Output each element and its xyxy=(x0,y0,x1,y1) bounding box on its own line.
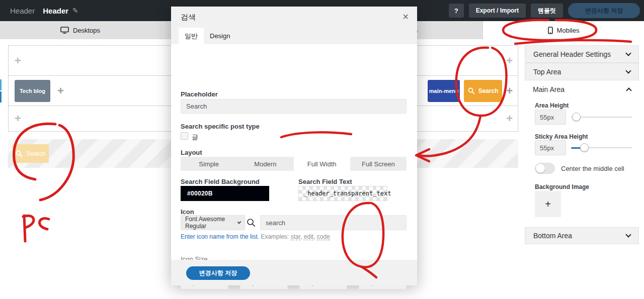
search-icon xyxy=(468,87,475,94)
tech-blog-element[interactable]: Tech blog xyxy=(15,80,50,102)
search-element-faded[interactable]: Search xyxy=(13,144,49,163)
example-code-link[interactable]: code xyxy=(317,233,330,240)
placeholder-input[interactable] xyxy=(181,99,407,114)
slider-handle[interactable] xyxy=(580,143,589,152)
placeholder-label: Placeholder xyxy=(181,90,218,98)
main-menu-element[interactable]: main-menu xyxy=(428,80,460,102)
accordion-label: General Header Settings xyxy=(533,50,611,58)
left-edge-sliver xyxy=(0,91,2,103)
example-edit-link[interactable]: edit xyxy=(304,233,313,240)
chevron-up-icon xyxy=(626,87,631,93)
post-type-option-label: 글 xyxy=(192,133,198,142)
color-value: _header_transparent_text xyxy=(304,190,391,197)
search-element[interactable]: Search xyxy=(464,80,502,102)
tab-mobiles[interactable]: Mobiles xyxy=(483,21,644,39)
mobile-icon xyxy=(548,27,553,34)
save-changes-button-modal[interactable]: 변경사항 저장 xyxy=(186,266,250,280)
accordion-label: Bottom Area xyxy=(533,232,572,240)
example-star-link[interactable]: star xyxy=(291,233,300,240)
add-element-button[interactable]: + xyxy=(57,85,64,96)
layout-option-full-screen[interactable]: Full Screen xyxy=(350,157,407,171)
export-import-button[interactable]: Export / Import xyxy=(469,4,526,18)
breadcrumb: Header xyxy=(10,7,35,15)
icon-list-link[interactable]: Enter icon name from the list. xyxy=(181,233,259,240)
post-type-checkbox[interactable] xyxy=(181,132,188,140)
layout-label: Layout xyxy=(181,149,202,156)
accordion-bottom-area[interactable]: Bottom Area xyxy=(525,227,639,244)
add-element-button[interactable]: + xyxy=(15,113,21,124)
layout-option-simple[interactable]: Simple xyxy=(181,157,237,171)
icon-name-input[interactable] xyxy=(260,215,407,230)
search-settings-modal: 검색 ✕ 일반 Design Placeholder Search specif… xyxy=(171,7,417,285)
accordion-label: Top Area xyxy=(533,68,561,76)
toggle-knob xyxy=(536,164,545,173)
tab-label: Mobiles xyxy=(557,27,580,34)
accordion-top-area[interactable]: Top Area xyxy=(525,63,639,80)
add-element-button[interactable]: + xyxy=(506,85,513,96)
accordion-label: Main Area xyxy=(533,85,565,93)
icon-font-value: Font Awesome Regular xyxy=(185,216,238,230)
modal-footer: 변경사항 저장 xyxy=(171,260,417,285)
desktop-icon xyxy=(60,27,69,34)
color-value: #00020B xyxy=(187,190,213,197)
chevron-down-icon xyxy=(625,50,631,56)
sticky-area-height-slider[interactable] xyxy=(571,140,632,155)
add-element-button[interactable]: + xyxy=(506,55,513,66)
add-element-button[interactable]: + xyxy=(506,113,513,124)
topbar-actions: ? Export / Import 템플릿 변경사항 저장 xyxy=(449,0,640,21)
icon-font-select[interactable]: Font Awesome Regular xyxy=(181,215,245,230)
icon-hint: Enter icon name from the list. Examples:… xyxy=(181,233,330,240)
chevron-down-icon xyxy=(625,232,631,237)
layout-option-modern[interactable]: Modern xyxy=(237,157,293,171)
sticky-area-height-label: Sticky Area Height xyxy=(535,133,588,140)
center-middle-cell-toggle[interactable] xyxy=(535,163,555,174)
background-image-label: Background Image xyxy=(535,183,589,190)
add-background-image-button[interactable]: + xyxy=(535,191,561,217)
page-title: Header xyxy=(43,7,68,15)
modal-header: 검색 ✕ xyxy=(171,7,417,28)
search-field-background-label: Search Field Background xyxy=(181,178,260,185)
slider-handle[interactable] xyxy=(572,113,581,121)
edit-pencil-icon[interactable]: ✎ xyxy=(72,7,78,15)
sticky-area-height-input[interactable] xyxy=(535,140,566,155)
chevron-down-icon xyxy=(625,68,631,73)
search-icon xyxy=(247,218,256,227)
post-type-label: Search specific post type xyxy=(181,123,260,130)
icon-label: Icon xyxy=(181,208,194,216)
area-height-slider[interactable] xyxy=(571,110,632,125)
modal-tab-general[interactable]: 일반 xyxy=(179,28,204,44)
layout-segmented-control: Simple Modern Full Width Full Screen xyxy=(181,157,407,171)
center-middle-cell-label: Center the middle cell xyxy=(561,165,624,172)
search-field-background-swatch[interactable]: #00020B xyxy=(181,186,269,201)
modal-tab-bar: 일반 Design xyxy=(171,28,417,44)
template-button[interactable]: 템플릿 xyxy=(531,4,563,18)
search-element-label: Search xyxy=(26,150,45,157)
search-icon xyxy=(16,150,23,157)
modal-body: Placeholder Search specific post type 글 … xyxy=(171,44,417,260)
modal-title: 검색 xyxy=(181,13,196,22)
layout-option-full-width[interactable]: Full Width xyxy=(294,157,350,171)
search-field-text-label: Search Field Text xyxy=(298,178,352,185)
save-changes-button-topbar[interactable]: 변경사항 저장 xyxy=(568,3,640,18)
hint-prefix: Examples: xyxy=(259,233,291,240)
hint-sep: , xyxy=(300,233,304,240)
search-element-label: Search xyxy=(478,87,499,94)
accordion-main-area[interactable]: Main Area xyxy=(525,80,639,98)
modal-tab-design[interactable]: Design xyxy=(204,28,236,44)
area-height-input[interactable] xyxy=(535,110,566,125)
area-height-label: Area Height xyxy=(535,102,569,109)
pc-handwriting-annotation xyxy=(23,216,49,241)
hint-sep: , xyxy=(313,233,317,240)
search-field-text-swatch[interactable]: _header_transparent_text xyxy=(298,186,387,201)
header-builder-page: Header Header ✎ ? Export / Import 템플릿 변경… xyxy=(0,0,644,299)
help-button[interactable]: ? xyxy=(449,4,464,18)
close-icon[interactable]: ✕ xyxy=(403,12,409,22)
tab-label: Desktops xyxy=(73,27,100,34)
add-element-button[interactable]: + xyxy=(15,55,21,66)
tab-desktops[interactable]: Desktops xyxy=(0,21,161,39)
accordion-general-header-settings[interactable]: General Header Settings xyxy=(525,45,639,63)
left-edge-sliver xyxy=(0,79,2,90)
mobiles-tab-underline-annotation xyxy=(515,40,631,44)
